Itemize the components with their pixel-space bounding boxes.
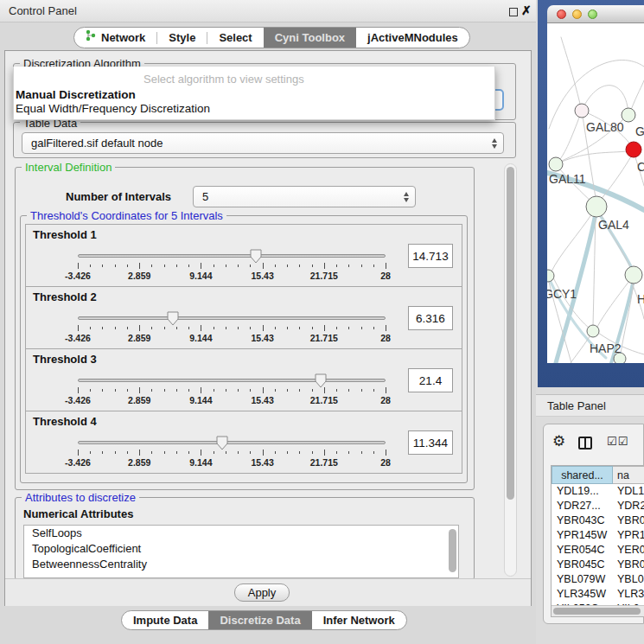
network-node[interactable] (626, 142, 641, 157)
number-of-intervals-combo[interactable]: 5 (193, 186, 416, 207)
cell-shared-name[interactable]: YBL079W (557, 572, 605, 587)
threshold-slider[interactable]: -3.4262.8599.14415.4321.71528 (78, 309, 386, 348)
gear-icon[interactable]: ⚙ (552, 433, 565, 450)
mac-close-button[interactable] (557, 10, 566, 19)
network-window-titlebar[interactable] (547, 5, 644, 23)
column-checkboxes-icon[interactable]: ☑☑ (607, 435, 628, 448)
table-row[interactable]: YBL079WYBL0 (552, 572, 644, 587)
network-node[interactable] (614, 353, 626, 363)
slider-track[interactable] (78, 441, 386, 444)
network-window-frame[interactable]: GAL80GCGAL11GAL4GCY1HHAP2 (538, 0, 644, 387)
threshold-value-field[interactable]: 6.316 (408, 306, 453, 330)
threshold-value-field[interactable]: 14.713 (408, 244, 453, 268)
main-vertical-scrollbar[interactable] (504, 163, 517, 577)
cell-shared-name[interactable]: YDR27... (557, 499, 601, 513)
cell-name[interactable]: YPR1 (617, 528, 644, 543)
attribute-list-item[interactable]: SelfLoops (24, 526, 458, 541)
cell-shared-name[interactable]: YBR045C (557, 558, 605, 572)
tab-infer-network[interactable]: Infer Network (312, 611, 406, 629)
table-row[interactable]: YBR043CYBR0 (552, 513, 644, 528)
slider-thumb[interactable] (250, 249, 263, 265)
tab-select[interactable]: Select (207, 28, 263, 48)
apply-button[interactable]: Apply (234, 583, 290, 602)
column-header-name[interactable]: na (613, 466, 644, 484)
slider-tick (361, 389, 362, 392)
cell-name[interactable]: YBR0 (617, 513, 644, 528)
tab-cyni-toolbox[interactable]: Cyni Toolbox (264, 27, 356, 48)
scrollbar-thumb[interactable] (553, 608, 641, 615)
close-icon[interactable]: ✗ (521, 3, 532, 17)
table-row[interactable]: YDL19...YDL1 (552, 484, 644, 499)
slider-scale-label: 2.859 (109, 333, 169, 343)
slider-track[interactable] (78, 316, 386, 320)
table-horizontal-scrollbar[interactable] (552, 605, 644, 616)
threshold-slider[interactable]: -3.4262.8599.14415.4321.71528 (78, 247, 386, 285)
cell-shared-name[interactable]: YPR145W (557, 528, 607, 543)
table-row[interactable]: YBR045CYBR0 (552, 558, 644, 572)
slider-thumb[interactable] (216, 436, 229, 451)
threshold-slider[interactable]: -3.4262.8599.14415.4321.71528 (78, 372, 386, 410)
list-scrollbar-thumb[interactable] (449, 529, 456, 572)
network-edge[interactable] (571, 335, 590, 363)
slider-thumb[interactable] (167, 311, 180, 327)
cell-shared-name[interactable]: YER054C (557, 543, 605, 558)
mac-zoom-button[interactable] (588, 10, 597, 19)
slider-scale: -3.4262.8599.14415.4321.71528 (78, 457, 386, 469)
popup-item-equal-width-frequency[interactable]: Equal Width/Frequency Discretization (16, 102, 210, 115)
float-window-icon[interactable] (509, 8, 518, 16)
threshold-value-field[interactable]: 21.4 (408, 368, 453, 392)
slider-scale-label: 9.144 (170, 271, 231, 281)
cell-name[interactable]: YBR0 (617, 558, 644, 572)
slider-tick (102, 389, 103, 392)
cell-shared-name[interactable]: YLR345W (557, 587, 606, 602)
slider-tick (238, 327, 239, 329)
network-node[interactable] (575, 104, 589, 118)
table-row[interactable]: YER054CYER0 (552, 543, 644, 558)
network-node[interactable] (586, 196, 607, 217)
column-header-shared-name[interactable]: shared... (552, 466, 613, 484)
cell-name[interactable]: YER0 (617, 543, 644, 558)
slider-thumb[interactable] (315, 373, 328, 389)
tab-network[interactable]: Network (74, 28, 156, 48)
network-canvas[interactable]: GAL80GCGAL11GAL4GCY1HHAP2 (547, 23, 644, 363)
attribute-list-item[interactable]: BetweennessCentrality (24, 557, 458, 572)
cell-name[interactable]: YLR3 (617, 587, 644, 602)
network-icon (86, 28, 96, 48)
network-node[interactable] (549, 157, 563, 171)
network-edge[interactable] (560, 111, 582, 159)
network-node[interactable] (625, 266, 642, 284)
slider-track[interactable] (78, 254, 386, 258)
table-row[interactable]: YDR27...YDR2 (552, 499, 644, 513)
cell-shared-name[interactable]: YBR043C (557, 513, 605, 528)
slider-tick (176, 327, 177, 329)
tab-style[interactable]: Style (157, 28, 207, 48)
table-row[interactable]: YLR345WYLR3 (552, 587, 644, 602)
scrollbar-thumb[interactable] (507, 167, 514, 500)
threshold-value-field[interactable]: 11.344 (408, 430, 453, 455)
threshold-label: Threshold 3 (33, 353, 97, 366)
network-node[interactable] (587, 325, 599, 337)
mac-minimize-button[interactable] (572, 10, 582, 19)
network-node[interactable] (622, 108, 635, 122)
tab-discretize-data[interactable]: Discretize Data (208, 610, 311, 630)
network-edge[interactable] (561, 37, 580, 104)
table-row[interactable]: YPR145WYPR1 (552, 528, 644, 543)
slider-track[interactable] (78, 379, 386, 382)
numerical-attributes-list[interactable]: SelfLoopsTopologicalCoefficientBetweenne… (23, 525, 459, 578)
cell-name[interactable]: YBL0 (617, 572, 644, 587)
threshold-slider[interactable]: -3.4262.8599.14415.4321.71528 (78, 434, 386, 472)
slider-scale-label: -3.426 (48, 271, 108, 281)
cell-name[interactable]: YDR2 (617, 499, 644, 513)
tab-impute-data[interactable]: Impute Data (122, 611, 208, 629)
cell-name[interactable]: YDL1 (617, 484, 644, 499)
network-node[interactable] (547, 270, 554, 282)
table-data-combo[interactable]: galFiltered.sif default node (22, 132, 504, 154)
slider-tick (176, 265, 177, 267)
cell-shared-name[interactable]: YDL19... (557, 484, 599, 499)
slider-ticks (78, 450, 386, 456)
popup-item-manual-discretization[interactable]: Manual Discretization (16, 88, 136, 101)
attribute-list-item[interactable]: TopologicalCoefficient (24, 541, 458, 557)
split-columns-icon[interactable] (578, 437, 592, 450)
network-edge[interactable] (631, 80, 644, 110)
tab-jactivemnodules[interactable]: jActiveMNodules (356, 28, 469, 48)
